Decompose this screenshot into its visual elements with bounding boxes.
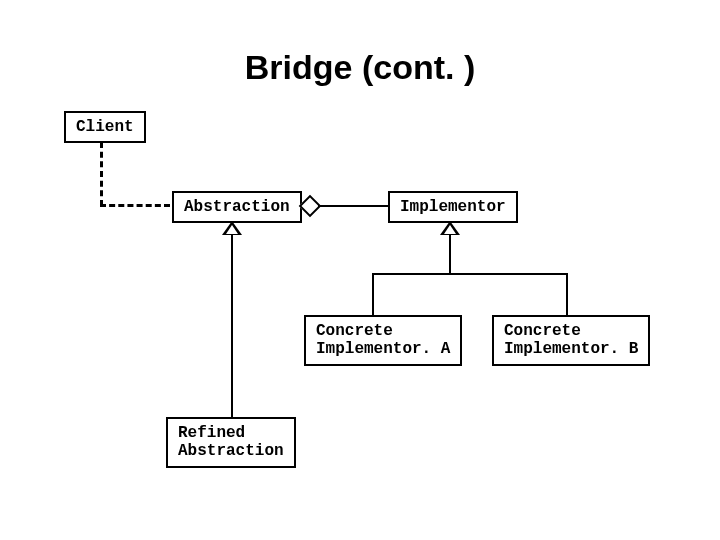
page-title: Bridge (cont. ): [0, 48, 720, 87]
line-impl-cross: [372, 273, 568, 275]
line-abstraction-implementor: [318, 205, 388, 207]
box-refined: Refined Abstraction: [166, 417, 296, 468]
box-concrete-b: Concrete Implementor. B: [492, 315, 650, 366]
line-to-concrete-a: [372, 273, 374, 315]
line-impl-stem: [449, 235, 451, 273]
box-concrete-a: Concrete Implementor. A: [304, 315, 462, 366]
diagram-canvas: Client Abstraction Implementor Concrete …: [0, 87, 720, 540]
box-abstraction: Abstraction: [172, 191, 302, 223]
dash-client-down: [100, 142, 103, 206]
inheritance-arrow-refined-icon: [222, 221, 242, 235]
box-implementor: Implementor: [388, 191, 518, 223]
inheritance-arrow-implementor-icon: [440, 221, 460, 235]
line-refined-up: [231, 235, 233, 417]
box-client: Client: [64, 111, 146, 143]
dash-client-right: [100, 204, 170, 207]
line-to-concrete-b: [566, 273, 568, 315]
